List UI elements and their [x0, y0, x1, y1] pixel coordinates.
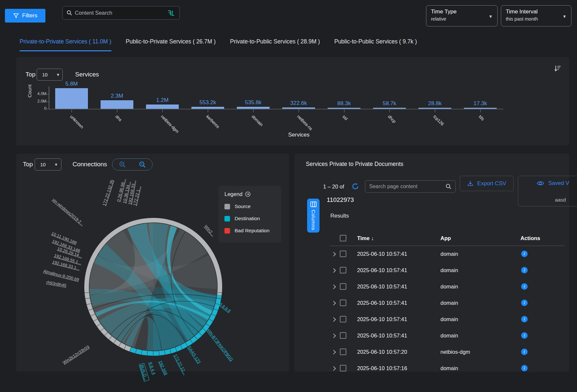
- tab-2[interactable]: Public-to-Private Services ( 26.7M ): [126, 38, 216, 51]
- tab-3[interactable]: Private-to-Public Services ( 28.9M ): [230, 38, 320, 51]
- row-checkbox[interactable]: [340, 365, 346, 371]
- documents-title: Services Private to Private Documents: [306, 161, 404, 168]
- row-expand-chevron-icon[interactable]: [331, 252, 336, 256]
- chord-source-label[interactable]: rh93n8h45: [46, 280, 67, 288]
- chord-source-label[interactable]: 172.22.132.35: [102, 179, 115, 206]
- table-row: 2025-06-10 10:57:41domaini: [330, 311, 565, 328]
- saved-views-button[interactable]: Saved V: [518, 176, 577, 190]
- row-checkbox[interactable]: [340, 300, 346, 306]
- x-category-label: tds: [478, 114, 485, 122]
- row-expand-chevron-icon[interactable]: [331, 317, 336, 322]
- row-info-icon[interactable]: i: [521, 365, 528, 371]
- chevron-down-icon: ▼: [562, 14, 567, 19]
- column-header-app[interactable]: App: [440, 235, 451, 241]
- connections-top-count-value: 10: [40, 162, 46, 167]
- table-row: 2025-06-10 10:57:41domaini: [330, 279, 565, 295]
- sort-arrow-down-icon: ↓: [371, 235, 374, 241]
- row-expand-chevron-icon[interactable]: [331, 268, 336, 273]
- search-icon: [67, 10, 72, 16]
- row-info-icon[interactable]: i: [521, 300, 528, 306]
- bar-slot-netbios-ns[interactable]: 322.6k: [276, 81, 321, 109]
- bar[interactable]: [55, 88, 88, 109]
- y-tick: [46, 109, 49, 109]
- results-count: 11022973: [327, 196, 354, 204]
- chord-zoom-controls: [112, 158, 153, 171]
- filter-funnel-icon: [13, 13, 19, 19]
- chord-diagram[interactable]: [81, 215, 225, 359]
- page-search-input[interactable]: Search page content: [365, 180, 456, 193]
- chord-destination-label[interactable]: BUILD...: [139, 363, 149, 382]
- zoom-in-icon[interactable]: [119, 161, 126, 168]
- bar[interactable]: [419, 108, 451, 109]
- row-checkbox[interactable]: [340, 251, 346, 257]
- bar-slot-tcp126[interactable]: 28.8k: [412, 81, 457, 109]
- filters-button[interactable]: Filters: [5, 9, 45, 23]
- connections-top-label: Top: [23, 161, 33, 168]
- row-info-icon[interactable]: i: [521, 349, 528, 355]
- sort-descending-icon[interactable]: [553, 64, 561, 72]
- row-info-icon[interactable]: i: [521, 316, 528, 322]
- bar-slot-dns[interactable]: 2.3M: [94, 81, 140, 109]
- bar-slot-dhcp[interactable]: 58.7k: [367, 81, 412, 109]
- bar[interactable]: [282, 107, 315, 109]
- zoom-out-icon[interactable]: [139, 161, 146, 168]
- saved-views-dropdown[interactable]: Saved V aasd: [518, 176, 577, 206]
- row-info-icon[interactable]: i: [521, 251, 528, 257]
- bar[interactable]: [464, 108, 497, 109]
- legend-item-destination: Destination: [224, 216, 275, 221]
- bar[interactable]: [237, 107, 270, 109]
- row-expand-chevron-icon[interactable]: [331, 285, 336, 289]
- row-checkbox[interactable]: [340, 267, 346, 273]
- service-tabs: Private-to-Private Services ( 11.0M )Pub…: [20, 38, 417, 51]
- bar[interactable]: [373, 108, 406, 109]
- bar[interactable]: [101, 100, 133, 109]
- refresh-icon[interactable]: [352, 183, 359, 190]
- columns-button[interactable]: Columns: [307, 199, 320, 233]
- bar-value-label: 553.2k: [199, 99, 216, 106]
- x-tick: [117, 109, 117, 112]
- content-search-placeholder: Content Search: [75, 10, 167, 16]
- row-expand-chevron-icon[interactable]: [331, 301, 336, 305]
- row-expand-chevron-icon[interactable]: [331, 334, 336, 338]
- bar-slot-tds[interactable]: 17.3k: [458, 81, 503, 109]
- row-expand-chevron-icon[interactable]: [331, 366, 336, 371]
- chord-destination-label[interactable]: 192.168: [158, 360, 169, 376]
- tab-1[interactable]: Private-to-Private Services ( 11.0M ): [20, 38, 111, 51]
- bar-slot-unknown[interactable]: 5.8M: [49, 81, 94, 109]
- services-top-count-select[interactable]: 10 ▼: [37, 69, 63, 81]
- columns-button-label: Columns: [311, 210, 316, 230]
- select-all-checkbox[interactable]: [340, 235, 346, 241]
- connections-panel: Top 10 ▼ Connections: [16, 154, 289, 371]
- chord-source-label[interactable]: vin-windows2019-2...: [51, 197, 85, 227]
- row-checkbox[interactable]: [340, 332, 346, 339]
- bar-slot-netbios-dgm[interactable]: 1.2M: [140, 81, 185, 109]
- bar-slot-ssl[interactable]: 88.3k: [321, 81, 367, 109]
- table-header: Time ↓ App Actions: [330, 233, 565, 246]
- row-info-icon[interactable]: i: [521, 332, 528, 339]
- row-info-icon[interactable]: i: [521, 267, 528, 273]
- saved-view-item[interactable]: aasd: [555, 197, 566, 203]
- y-tick: [46, 102, 49, 102]
- bar[interactable]: [146, 105, 179, 109]
- bar-slot-domain[interactable]: 535.8k: [231, 81, 276, 109]
- bar[interactable]: [328, 108, 360, 109]
- legend-collapse-arrow-icon[interactable]: [245, 191, 251, 197]
- bar-slot-kerberos[interactable]: 553.2k: [185, 81, 230, 109]
- time-type-dropdown[interactable]: Time Type relative ▼: [426, 5, 498, 26]
- x-tick: [72, 109, 72, 112]
- row-checkbox[interactable]: [340, 283, 346, 290]
- connections-top-count-select[interactable]: 10 ▼: [35, 158, 61, 171]
- time-interval-dropdown[interactable]: Time Interval this past month ▼: [501, 5, 571, 26]
- chord-destination-label[interactable]: 8.8.4.4: [148, 361, 157, 375]
- services-chart-title: Services: [75, 71, 99, 78]
- x-tick: [208, 109, 208, 112]
- content-search-input[interactable]: Content Search: [62, 6, 180, 20]
- export-csv-button[interactable]: Export CSV: [460, 176, 514, 191]
- row-expand-chevron-icon[interactable]: [331, 350, 336, 354]
- column-header-time[interactable]: Time ↓: [357, 235, 374, 241]
- tab-4[interactable]: Public-to-Public Services ( 9.7k ): [334, 38, 417, 51]
- bar[interactable]: [191, 107, 224, 109]
- row-checkbox[interactable]: [340, 316, 346, 322]
- row-checkbox[interactable]: [340, 349, 346, 355]
- row-info-icon[interactable]: i: [521, 283, 528, 290]
